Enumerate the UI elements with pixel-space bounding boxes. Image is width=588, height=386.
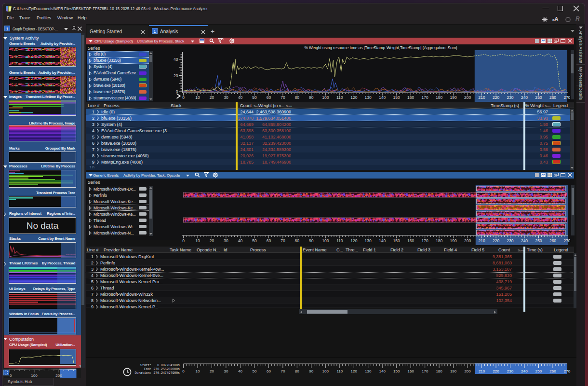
svg-text:160: 160 <box>408 369 414 373</box>
svg-text:180: 180 <box>436 95 442 100</box>
svg-text:80: 80 <box>295 95 300 100</box>
svg-text:180: 180 <box>436 369 442 373</box>
svg-text:0: 0 <box>182 95 185 100</box>
svg-text:160: 160 <box>407 238 414 243</box>
svg-text:210: 210 <box>479 95 485 100</box>
svg-text:250: 250 <box>535 238 542 243</box>
svg-text:90: 90 <box>309 238 314 243</box>
svg-text:110: 110 <box>336 369 343 373</box>
svg-text:270: 270 <box>563 95 570 100</box>
svg-text:120: 120 <box>350 95 357 100</box>
svg-text:30: 30 <box>224 238 228 243</box>
svg-text:20: 20 <box>210 238 214 243</box>
svg-text:90: 90 <box>309 95 314 100</box>
svg-text:230: 230 <box>507 95 513 100</box>
svg-text:200: 200 <box>55 373 62 378</box>
svg-text:200: 200 <box>464 95 471 100</box>
svg-text:% Weight using resource time a: % Weight using resource time as [TimeSta… <box>304 45 457 50</box>
svg-text:40: 40 <box>238 238 243 243</box>
svg-text:100: 100 <box>322 238 329 243</box>
svg-text:190: 190 <box>450 238 457 243</box>
svg-text:200: 200 <box>464 369 471 373</box>
svg-text:40: 40 <box>174 57 178 62</box>
svg-text:130: 130 <box>365 95 372 100</box>
svg-text:260: 260 <box>549 95 556 100</box>
svg-text:20: 20 <box>174 73 178 78</box>
svg-text:210: 210 <box>479 238 485 243</box>
svg-text:150: 150 <box>393 95 400 100</box>
svg-text:240: 240 <box>521 95 528 100</box>
svg-text:20: 20 <box>210 369 214 373</box>
svg-text:140: 140 <box>379 369 386 373</box>
svg-text:170: 170 <box>422 95 428 100</box>
svg-text:140: 140 <box>379 238 386 243</box>
svg-text:220: 220 <box>493 95 499 100</box>
svg-text:220: 220 <box>493 369 499 373</box>
svg-text:250: 250 <box>535 369 542 373</box>
svg-text:100: 100 <box>322 369 329 373</box>
svg-text:270: 270 <box>564 369 571 373</box>
svg-text:170: 170 <box>422 369 428 373</box>
svg-text:110: 110 <box>336 238 343 243</box>
svg-text:140: 140 <box>379 95 386 100</box>
svg-text:240: 240 <box>521 238 528 243</box>
svg-text:180: 180 <box>436 238 442 243</box>
svg-text:230: 230 <box>507 369 514 373</box>
svg-text:50: 50 <box>252 238 257 243</box>
svg-text:100: 100 <box>322 95 329 100</box>
svg-text:80: 80 <box>295 238 300 243</box>
svg-text:0: 0 <box>10 373 12 378</box>
svg-text:250: 250 <box>535 95 542 100</box>
svg-text:*: * <box>223 38 224 41</box>
svg-text:20: 20 <box>210 95 214 100</box>
svg-text:80: 80 <box>295 369 299 373</box>
svg-text:70: 70 <box>281 95 285 100</box>
svg-text:0: 0 <box>182 238 185 243</box>
svg-text:160: 160 <box>407 95 414 100</box>
svg-text:70: 70 <box>281 369 285 373</box>
svg-text:110: 110 <box>336 95 343 100</box>
svg-text:130: 130 <box>365 369 372 373</box>
svg-text:230: 230 <box>507 238 513 243</box>
svg-text:150: 150 <box>393 369 400 373</box>
svg-text:150: 150 <box>393 238 400 243</box>
svg-text:190: 190 <box>450 95 457 100</box>
svg-text:30: 30 <box>224 369 228 373</box>
svg-text:60: 60 <box>267 369 271 373</box>
svg-text:10: 10 <box>196 369 200 373</box>
svg-text:120: 120 <box>350 238 357 243</box>
svg-text:260: 260 <box>549 238 556 243</box>
svg-text:60: 60 <box>267 238 271 243</box>
svg-text:90: 90 <box>309 369 313 373</box>
svg-text:30: 30 <box>224 95 228 100</box>
svg-text:0: 0 <box>182 369 185 373</box>
svg-text:120: 120 <box>351 369 358 373</box>
svg-text:130: 130 <box>365 238 372 243</box>
svg-text:210: 210 <box>479 369 485 373</box>
svg-text:170: 170 <box>422 238 428 243</box>
svg-text:260: 260 <box>549 369 556 373</box>
svg-text:100: 100 <box>31 373 38 378</box>
svg-text:240: 240 <box>521 369 528 373</box>
svg-text:50: 50 <box>252 95 257 100</box>
svg-text:190: 190 <box>450 369 457 373</box>
svg-text:60: 60 <box>267 95 271 100</box>
svg-text:70: 70 <box>281 238 285 243</box>
svg-text:40: 40 <box>238 95 243 100</box>
svg-text:200: 200 <box>464 238 471 243</box>
svg-text:220: 220 <box>493 238 499 243</box>
svg-text:50: 50 <box>252 369 256 373</box>
svg-text:10: 10 <box>195 95 200 100</box>
svg-text:270: 270 <box>563 238 570 243</box>
svg-text:10: 10 <box>195 238 200 243</box>
svg-text:40: 40 <box>238 369 242 373</box>
